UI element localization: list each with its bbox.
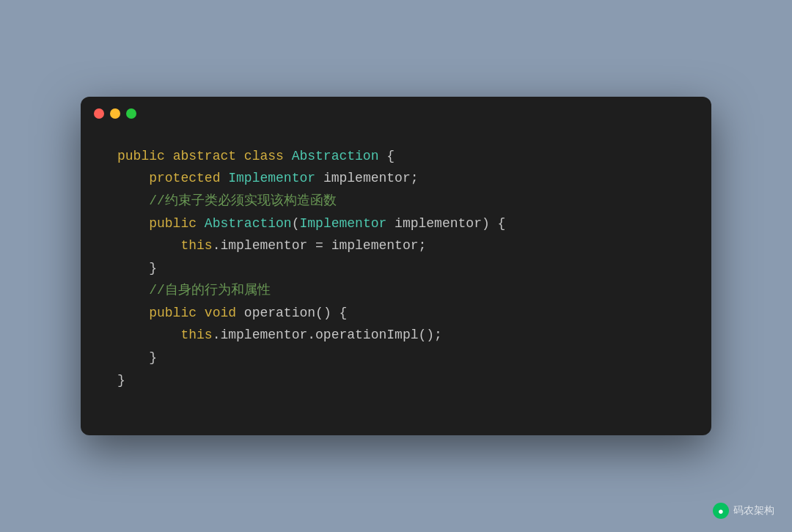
code-window: public abstract class Abstraction { prot… bbox=[81, 97, 711, 436]
code-token: void bbox=[205, 306, 244, 320]
code-token: .implementor.operationImpl(); bbox=[213, 328, 442, 342]
code-line: public void operation() { bbox=[117, 302, 675, 325]
code-token: } bbox=[117, 261, 157, 276]
code-token: ( bbox=[292, 216, 300, 231]
code-line: //约束子类必须实现该构造函数 bbox=[117, 190, 675, 213]
code-block: public abstract class Abstraction { prot… bbox=[81, 130, 711, 407]
code-token: public bbox=[149, 216, 205, 231]
code-token bbox=[117, 328, 180, 342]
code-token: this bbox=[180, 328, 212, 342]
code-token: Abstraction bbox=[292, 149, 379, 163]
code-token: class bbox=[244, 149, 292, 163]
code-token bbox=[117, 306, 149, 320]
code-token bbox=[117, 171, 149, 185]
code-line: this.implementor.operationImpl(); bbox=[117, 324, 675, 347]
code-token: Abstraction bbox=[205, 216, 292, 231]
code-line: protected Implementor implementor; bbox=[117, 167, 675, 190]
code-token: implementor) { bbox=[386, 216, 505, 231]
code-token bbox=[117, 216, 149, 231]
watermark-text: 码农架构 bbox=[733, 504, 774, 517]
code-token bbox=[117, 238, 180, 253]
code-token: { bbox=[378, 149, 395, 163]
code-token: public bbox=[117, 149, 173, 163]
code-token: .implementor = implementor; bbox=[213, 238, 427, 253]
minimize-button[interactable] bbox=[110, 108, 120, 119]
code-token: implementor; bbox=[315, 171, 418, 185]
code-token: Implementor bbox=[299, 216, 386, 231]
code-line: //自身的行为和属性 bbox=[117, 279, 675, 302]
code-token: //自身的行为和属性 bbox=[117, 283, 271, 298]
code-line: } bbox=[117, 347, 675, 369]
code-token: Implementor bbox=[228, 171, 315, 185]
code-token: } bbox=[117, 350, 157, 365]
maximize-button[interactable] bbox=[126, 108, 136, 119]
code-token: abstract bbox=[173, 149, 244, 163]
wechat-icon: ● bbox=[713, 503, 729, 519]
close-button[interactable] bbox=[94, 108, 104, 119]
code-line: public Abstraction(Implementor implement… bbox=[117, 213, 675, 235]
code-token: } bbox=[117, 373, 125, 388]
code-line: this.implementor = implementor; bbox=[117, 234, 675, 257]
code-line: } bbox=[117, 257, 675, 280]
code-token: this bbox=[180, 238, 212, 253]
code-token: //约束子类必须实现该构造函数 bbox=[117, 193, 337, 208]
code-line: } bbox=[117, 369, 675, 392]
code-token: protected bbox=[149, 171, 228, 185]
code-token: operation() { bbox=[244, 306, 347, 320]
titlebar bbox=[81, 97, 711, 130]
code-token: public bbox=[149, 306, 205, 320]
code-line: public abstract class Abstraction { bbox=[117, 145, 675, 168]
watermark: ● 码农架构 bbox=[713, 503, 774, 519]
